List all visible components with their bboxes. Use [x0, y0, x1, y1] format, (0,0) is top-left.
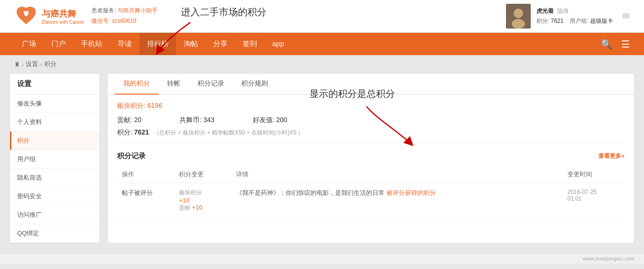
detail-text: 《我不是药神》：你们惊叹的电影，是我们生活的日常 [236, 189, 386, 196]
sidebar-item-promote[interactable]: 访问推广 [10, 206, 99, 224]
breadcrumb-sep1: › [22, 61, 24, 68]
nav-item-share[interactable]: 分享 [206, 33, 235, 55]
breadcrumb-current: 积分 [44, 60, 57, 68]
block-score-value: 6196 [148, 102, 162, 109]
nav-item-guangchang[interactable]: 广场 [14, 33, 44, 55]
content-body: 板块积分: 6196 贡献: 20 共舞币: 343 好友值: 200 [108, 95, 634, 225]
contribution-cell: 贡献: 20 [117, 116, 141, 125]
page-wrapper: 与癌共舞 Dances with Cancer 患者服务: 与癌共舞小助手 微信… [0, 0, 644, 264]
sidebar-item-privacy[interactable]: 隐私筛选 [10, 169, 99, 187]
nav-item-checkin[interactable]: 签到 [235, 33, 265, 55]
cell-operation: 帖子被评分 [117, 183, 174, 218]
score-change-contrib-plus: +10 [192, 204, 202, 211]
score-change-block-label: 板块积分 [179, 189, 227, 197]
history-section-title: 积分记录 查看更多» [117, 152, 624, 161]
time-clock: 01:01 [567, 195, 620, 202]
sidebar-item-security[interactable]: 密码安全 [10, 187, 99, 206]
nav-item-mobile[interactable]: 手机站 [73, 33, 110, 55]
breadcrumb-sep2: › [40, 61, 42, 68]
sidebar-item-usergroup[interactable]: 用户组 [10, 150, 99, 169]
patient-service-link[interactable]: 与癌共舞小助手 [118, 7, 158, 14]
cell-detail: 《我不是药神》：你们惊叹的电影，是我们生活的日常 被评分获得的积分 [231, 183, 563, 218]
table-row: 帖子被评分 板块积分 +10 贡献 +10 《我不是药神》：你们惊叹的电 [117, 183, 624, 218]
dance-coin-label: 共舞币: [179, 116, 201, 124]
total-score-row: 积分: 7621 （总积分 = 板块积分 + 精华帖数X50 + 在线时间(小时… [117, 128, 624, 143]
logo[interactable]: 与癌共舞 Dances with Cancer [14, 4, 84, 28]
user-name-row: 虎光着 隐身 [536, 7, 613, 15]
patient-service: 患者服务: 与癌共舞小助手 [91, 6, 158, 16]
nav-item-app[interactable]: app [265, 33, 292, 55]
sidebar-item-qq[interactable]: QQ绑定 [10, 224, 99, 243]
points-value: 7621 [551, 18, 564, 24]
score-details-row: 贡献: 20 共舞币: 343 好友值: 200 [117, 116, 624, 125]
user-status: 隐身 [557, 8, 569, 14]
tab-history[interactable]: 积分记录 [189, 74, 233, 95]
header: 与癌共舞 Dances with Cancer 患者服务: 与癌共舞小助手 微信… [0, 0, 644, 33]
mail-icon: ✉ [623, 11, 630, 21]
user-info: 虎光着 隐身 积分: 7621 用户组: 超级版卡 [536, 7, 613, 25]
dance-coin-cell: 共舞币: 343 [179, 116, 214, 125]
avatar-image [506, 4, 531, 29]
header-left: 与癌共舞 Dances with Cancer 患者服务: 与癌共舞小助手 微信… [14, 4, 158, 28]
sidebar-title: 设置 [10, 74, 99, 95]
tab-my-points[interactable]: 我的积分 [115, 74, 159, 95]
contribution-value: 20 [134, 116, 142, 124]
sidebar: 设置 修改头像 个人资料 积分 用户组 隐私筛选 密码安全 访问推广 QQ绑定 [10, 73, 100, 243]
search-icon[interactable]: 🔍 [601, 38, 613, 50]
wechat-info: 微信号: xzs60619 [91, 16, 158, 27]
logo-cn: 与癌共舞 [42, 8, 84, 19]
history-title-text: 积分记录 [117, 152, 146, 161]
block-score-row: 板块积分: 6196 [117, 102, 624, 110]
footer-watermark: www.yuaigongwu.com [0, 253, 644, 264]
logo-icon [14, 4, 38, 28]
detail-link[interactable]: 被评分获得的积分 [386, 189, 436, 196]
nav-item-menhu[interactable]: 门户 [44, 33, 73, 55]
usergroup-value: 超级版卡 [590, 18, 613, 24]
block-score-label: 板块积分: [117, 102, 146, 109]
friend-value-value: 200 [276, 116, 287, 124]
header-right: 虎光着 隐身 积分: 7621 用户组: 超级版卡 ✉ [506, 4, 630, 29]
tab-transfer[interactable]: 转帐 [159, 74, 189, 95]
usergroup-label: 用户组: [570, 18, 588, 24]
tabs: 我的积分 转帐 积分记录 积分规则 [108, 74, 634, 95]
col-time: 变更时间 [563, 166, 624, 183]
svg-point-2 [512, 19, 525, 29]
total-value: 7621 [134, 128, 149, 136]
cell-time: 2018-07-25 01:01 [563, 183, 624, 218]
tab-rules[interactable]: 积分规则 [233, 74, 277, 95]
score-change-contrib-row: 贡献 +10 [179, 204, 227, 212]
dance-coin-value: 343 [203, 116, 214, 124]
col-score-change: 积分变更 [174, 166, 231, 183]
username: 虎光着 [536, 8, 554, 14]
patient-service-label: 患者服务: [91, 7, 116, 14]
sidebar-item-profile[interactable]: 个人资料 [10, 113, 99, 132]
breadcrumb-home[interactable]: ♜ [14, 61, 20, 68]
user-points-row: 积分: 7621 用户组: 超级版卡 [536, 17, 613, 25]
nav-item-daodu[interactable]: 导读 [110, 33, 139, 55]
friend-value-label: 好友值: [253, 116, 275, 124]
annotation-arrow1 [152, 20, 209, 58]
mail-button[interactable]: ✉ [623, 11, 630, 21]
content-panel: 我的积分 转帐 积分记录 积分规则 板块积分: 6196 贡献: 20 [107, 73, 634, 243]
table-header-row: 操作 积分变更 详情 变更时间 [117, 166, 624, 183]
logo-en: Dances with Cancer [42, 19, 84, 25]
formula: （总积分 = 板块积分 + 精华帖数X50 + 在线时间(小时)X5 ） [153, 129, 304, 136]
contribution-label: 贡献: [117, 116, 132, 124]
nav-right-icons: 🔍 ☰ [601, 38, 630, 50]
sidebar-item-points[interactable]: 积分 [10, 132, 99, 150]
menu-icon[interactable]: ☰ [621, 38, 630, 50]
breadcrumb-settings[interactable]: 设置 [26, 60, 38, 68]
main-content: 设置 修改头像 个人资料 积分 用户组 隐私筛选 密码安全 访问推广 QQ绑定 … [0, 73, 644, 253]
more-link[interactable]: 查看更多» [598, 152, 624, 160]
cell-score-change: 板块积分 +10 贡献 +10 [174, 183, 231, 218]
logo-text: 与癌共舞 Dances with Cancer [42, 8, 84, 25]
total-label: 积分: [117, 128, 132, 136]
score-change-contrib-label: 贡献 [179, 204, 192, 211]
col-operation: 操作 [117, 166, 174, 183]
score-change-plus-block: +10 [179, 197, 227, 204]
avatar [506, 4, 531, 29]
svg-point-1 [514, 9, 523, 18]
time-date: 2018-07-25 [567, 189, 620, 195]
col-detail: 详情 [231, 166, 563, 183]
sidebar-item-avatar[interactable]: 修改头像 [10, 95, 99, 113]
